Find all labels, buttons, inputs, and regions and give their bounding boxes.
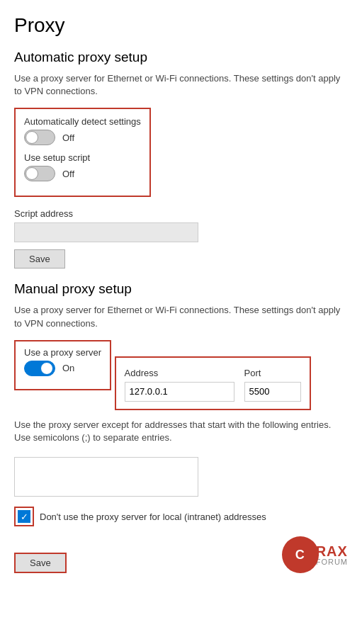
manual-section-heading: Manual proxy setup bbox=[14, 281, 348, 297]
setup-script-toggle[interactable] bbox=[24, 166, 55, 181]
auto-save-button[interactable]: Save bbox=[14, 249, 65, 269]
address-group: Address bbox=[125, 365, 234, 402]
script-address-input[interactable] bbox=[14, 222, 198, 242]
port-input[interactable] bbox=[244, 382, 301, 402]
logo-circle: C bbox=[282, 536, 319, 573]
address-input[interactable] bbox=[125, 382, 234, 402]
script-address-label: Script address bbox=[14, 208, 348, 219]
logo-c-letter: C bbox=[295, 548, 305, 563]
auto-settings-box: Automatically detect settings Off Use se… bbox=[14, 108, 151, 197]
auto-detect-label: Automatically detect settings bbox=[24, 116, 141, 127]
address-port-box: Address Port bbox=[115, 356, 311, 410]
auto-detect-row: Off bbox=[24, 130, 141, 145]
use-proxy-toggle[interactable] bbox=[24, 361, 55, 376]
exceptions-textarea[interactable] bbox=[14, 457, 198, 497]
local-checkbox[interactable]: ✓ bbox=[18, 510, 30, 523]
use-proxy-status: On bbox=[62, 363, 74, 373]
setup-script-row: Off bbox=[24, 166, 141, 181]
page-title: Proxy bbox=[14, 14, 348, 37]
exceptions-description: Use the proxy server except for addresse… bbox=[14, 419, 348, 444]
auto-section-description: Use a proxy server for Ethernet or Wi-Fi… bbox=[14, 72, 348, 98]
auto-detect-status: Off bbox=[62, 132, 74, 143]
setup-script-label: Use setup script bbox=[24, 152, 141, 163]
auto-section-heading: Automatic proxy setup bbox=[14, 50, 348, 65]
bottom-row: Save C RAX FORUM bbox=[14, 536, 348, 573]
local-checkbox-row: ✓ Don't use the proxy server for local (… bbox=[14, 507, 348, 526]
address-label: Address bbox=[125, 368, 234, 378]
auto-detect-toggle[interactable] bbox=[24, 130, 55, 145]
port-group: Port bbox=[244, 365, 301, 402]
manual-save-button[interactable]: Save bbox=[14, 553, 67, 573]
setup-script-status: Off bbox=[62, 169, 74, 179]
logo-forum-text: FORUM bbox=[316, 558, 348, 566]
port-label: Port bbox=[244, 368, 301, 378]
rax-forum-logo: C RAX FORUM bbox=[282, 536, 348, 573]
use-proxy-label: Use a proxy server bbox=[24, 347, 101, 358]
use-proxy-box: Use a proxy server On bbox=[14, 340, 111, 390]
local-checkbox-outlined: ✓ bbox=[14, 507, 34, 526]
manual-section-description: Use a proxy server for Ethernet or Wi-Fi… bbox=[14, 304, 348, 329]
logo-right: RAX FORUM bbox=[316, 543, 348, 566]
checkmark-icon: ✓ bbox=[21, 512, 28, 521]
local-checkbox-label: Don't use the proxy server for local (in… bbox=[40, 512, 266, 522]
use-proxy-row: On bbox=[24, 361, 101, 376]
use-proxy-thumb bbox=[40, 362, 53, 375]
